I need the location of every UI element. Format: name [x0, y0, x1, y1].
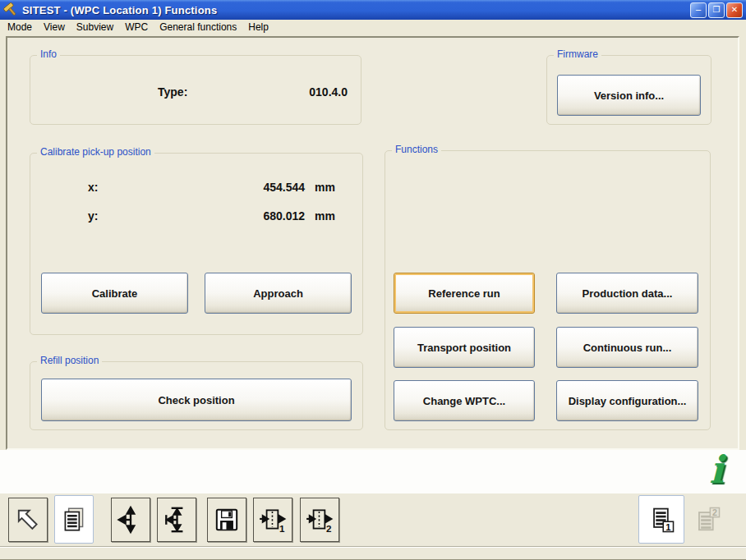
svg-text:1: 1: [279, 523, 285, 534]
menu-mode[interactable]: Mode: [2, 21, 38, 34]
table-view-icon: [59, 505, 89, 535]
info-icon: i: [698, 448, 734, 491]
approach-position-1-icon: 1: [258, 505, 288, 535]
menu-view[interactable]: View: [38, 21, 71, 34]
version-info-button[interactable]: Version info...: [557, 75, 701, 116]
minimize-button[interactable]: ─: [690, 2, 707, 18]
exit-arrow-button[interactable]: [8, 498, 48, 542]
titlebar[interactable]: SITEST - (WPC Location 1) Functions ─ ❐ …: [0, 0, 746, 20]
window-controls: ─ ❐ ✕: [690, 2, 743, 18]
x-label: x:: [88, 181, 98, 194]
approach-position-2-button[interactable]: 2: [300, 498, 339, 542]
x-value: 454.544: [162, 181, 305, 194]
close-button[interactable]: ✕: [726, 2, 743, 18]
type-value: 010.4.0: [265, 85, 348, 99]
menu-general-functions[interactable]: General functions: [154, 21, 242, 34]
info-group: Info Type: 010.4.0: [30, 55, 361, 125]
view-2-button-disabled: 2: [688, 498, 726, 542]
menu-subview[interactable]: Subview: [71, 21, 119, 34]
status-strip: [0, 547, 746, 560]
calibrate-pickup-group: Calibrate pick-up position x: 454.544 mm…: [30, 153, 363, 335]
change-wptc-button[interactable]: Change WPTC...: [394, 380, 535, 421]
view-2-icon: 2: [692, 504, 723, 535]
view-1-icon: 1: [646, 504, 677, 535]
approach-position-2-icon: 2: [305, 505, 334, 535]
y-value: 680.012: [162, 209, 305, 223]
type-label: Type:: [158, 85, 187, 99]
functions-group: Functions Reference run Production data.…: [385, 150, 711, 430]
view-table-button[interactable]: [54, 495, 94, 544]
menu-help[interactable]: Help: [242, 21, 274, 34]
window-title: SITEST - (WPC Location 1) Functions: [22, 4, 685, 16]
move-axes-button[interactable]: [111, 498, 150, 542]
refill-group-label: Refill position: [37, 355, 102, 366]
menu-wpc[interactable]: WPC: [119, 21, 154, 34]
save-button[interactable]: [207, 498, 246, 542]
calibrate-group-label: Calibrate pick-up position: [37, 146, 154, 158]
firmware-group: Firmware Version info...: [546, 55, 711, 125]
measure-axes-icon: [162, 505, 191, 535]
info-group-label: Info: [37, 48, 60, 60]
svg-text:1: 1: [665, 521, 670, 531]
display-configuration-button[interactable]: Display configuration...: [556, 380, 698, 421]
svg-text:2: 2: [326, 523, 331, 534]
approach-position-1-button[interactable]: 1: [253, 498, 292, 542]
hammer-app-icon: [3, 2, 18, 17]
move-axes-icon: [116, 505, 145, 535]
production-data-button[interactable]: Production data...: [556, 273, 698, 314]
exit-arrow-icon: [12, 504, 44, 535]
view-1-button[interactable]: 1: [638, 495, 684, 544]
transport-position-button[interactable]: Transport position: [394, 327, 535, 368]
approach-button[interactable]: Approach: [205, 273, 352, 314]
restore-button[interactable]: ❐: [708, 2, 725, 18]
calibrate-button[interactable]: Calibrate: [41, 273, 188, 314]
y-unit: mm: [315, 209, 335, 223]
measure-axes-button[interactable]: [157, 498, 196, 542]
firmware-group-label: Firmware: [554, 48, 601, 60]
toolbar: 1 2: [0, 493, 746, 547]
menu-bar: Mode View Subview WPC General functions …: [0, 20, 746, 34]
x-unit: mm: [315, 181, 335, 194]
app-window: SITEST - (WPC Location 1) Functions ─ ❐ …: [0, 0, 746, 560]
y-label: y:: [88, 209, 98, 223]
reference-run-button[interactable]: Reference run: [394, 273, 535, 314]
continuous-run-button[interactable]: Continuous run...: [556, 327, 698, 368]
functions-group-label: Functions: [392, 144, 441, 155]
floppy-save-icon: [212, 505, 242, 535]
svg-text:2: 2: [712, 507, 717, 517]
refill-position-group: Refill position Check position: [30, 361, 363, 430]
lower-strip: [0, 450, 746, 493]
check-position-button[interactable]: Check position: [41, 379, 352, 421]
